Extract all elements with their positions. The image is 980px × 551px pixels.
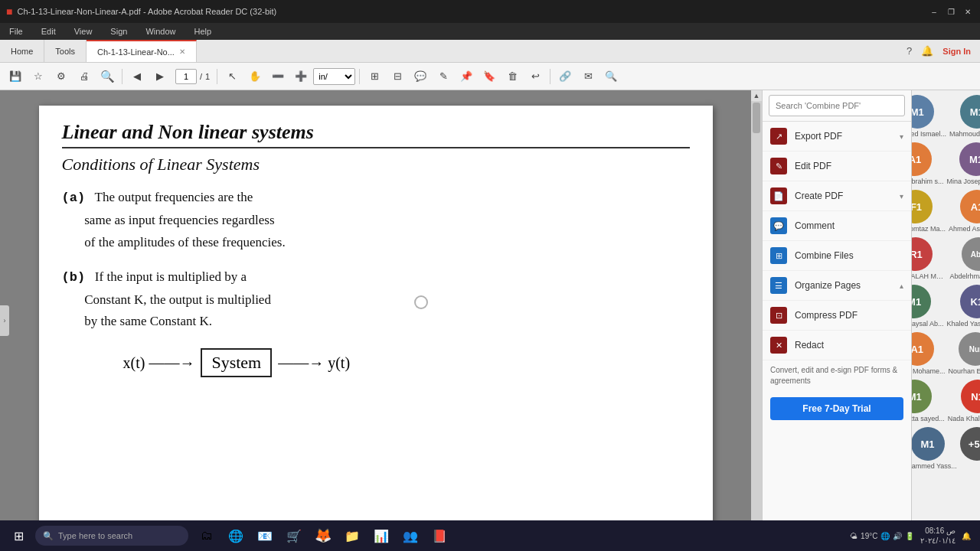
next-page-button[interactable]: ▶ <box>149 66 171 87</box>
export-pdf-item[interactable]: ↗ Export PDF ▾ <box>763 122 911 152</box>
create-chevron-icon: ▾ <box>900 192 903 201</box>
pin-button[interactable]: 📌 <box>456 66 477 87</box>
avatar-11[interactable]: Nur Nourhan Esmail... <box>949 332 980 375</box>
taskbar-app-folder[interactable]: 📁 <box>338 522 366 549</box>
date-display: ٢٠٢٤/٠١/١٤ <box>920 536 956 546</box>
find-button[interactable]: 🔍 <box>600 66 622 87</box>
menu-file[interactable]: File <box>6 25 26 37</box>
comment-item[interactable]: 💬 Comment <box>763 211 911 241</box>
taskbar-app-excel[interactable]: 📊 <box>368 522 395 549</box>
zoom-in-btn[interactable]: ➕ <box>290 66 312 87</box>
bookmark-button[interactable]: ☆ <box>28 66 49 87</box>
pdf-page: Linear and Non linear systems Conditions… <box>39 106 713 549</box>
avatar-2[interactable]: A1 Adham ibrahim s... <box>911 142 944 185</box>
avatar-14[interactable]: M1 Muhammed Yass... <box>911 427 957 470</box>
zoom-out-btn[interactable]: ➖ <box>267 66 289 87</box>
pdf-viewer[interactable]: › Linear and Non linear systems Conditio… <box>0 90 762 551</box>
scroll-thumb[interactable] <box>753 103 760 133</box>
taskbar-app-mail[interactable]: 📧 <box>251 522 279 549</box>
fit-page-button[interactable]: ⊞ <box>364 66 385 87</box>
help-icon[interactable]: ? <box>906 45 912 57</box>
avatar-12[interactable]: M1 khaled atta sayed... <box>911 380 945 422</box>
zoom-out-button[interactable]: 🔍 <box>96 66 118 87</box>
tab-home[interactable]: Home <box>0 40 44 62</box>
avatar-1[interactable]: M1 Mahmoud saled... <box>949 95 980 138</box>
menubar: File Edit View Sign Window Help <box>0 23 980 40</box>
combine-pdf-search[interactable] <box>769 95 905 116</box>
avatar-3[interactable]: M1 Mina Joseph Eria... <box>947 142 981 185</box>
tab-close-icon[interactable]: ✕ <box>179 47 185 56</box>
zoom-select[interactable]: in/ 50% 75% 100% 125% 150% <box>313 68 355 85</box>
free-trial-button[interactable]: Free 7-Day Trial <box>770 397 903 420</box>
create-pdf-item[interactable]: 📄 Create PDF ▾ <box>763 181 911 211</box>
menu-view[interactable]: View <box>71 25 96 37</box>
combine-files-item[interactable]: ⊞ Combine Files <box>763 241 911 271</box>
avatar-13[interactable]: N1 Nada Khaled Abd... <box>948 380 980 422</box>
menu-window[interactable]: Window <box>142 25 178 37</box>
comment-button[interactable]: 💬 <box>410 66 431 87</box>
start-button[interactable]: ⊞ <box>3 522 34 549</box>
taskbar-search[interactable]: 🔍 Type here to search <box>35 526 188 546</box>
avatar-8[interactable]: M1 Mazen Faysal Ab... <box>911 285 943 328</box>
avatar-10[interactable]: A1 Ahmed Mohame... <box>911 332 946 375</box>
properties-button[interactable]: ⚙ <box>51 66 72 87</box>
avatar-4[interactable]: F1 Fady Momtaz Ma... <box>911 190 946 233</box>
toolbar: 💾 ☆ ⚙ 🖨 🔍 ◀ ▶ / 1 ↖ ✋ ➖ ➕ in/ 50% 75% 10… <box>0 63 980 90</box>
avatar-9[interactable]: K1 Khaled Yasser Sa... <box>946 285 980 328</box>
avatar-name-5: Ahmed Ashraf M... <box>949 225 980 233</box>
edit-pdf-item[interactable]: ✎ Edit PDF <box>763 152 911 181</box>
menu-help[interactable]: Help <box>191 25 215 37</box>
taskbar-app-acrobat[interactable]: 📕 <box>426 522 453 549</box>
tab-doc-label: Ch-1-13-Linear-No... <box>97 47 175 57</box>
redact-item[interactable]: ✕ Redact <box>763 331 911 360</box>
taskbar-app-files[interactable]: 🗂 <box>193 522 220 549</box>
close-button[interactable]: ✕ <box>962 5 974 18</box>
highlight-button[interactable]: ✎ <box>433 66 454 87</box>
menu-edit[interactable]: Edit <box>38 25 59 37</box>
page-number-input[interactable] <box>175 69 197 84</box>
menu-sign[interactable]: Sign <box>107 25 130 37</box>
hand-tool[interactable]: ✋ <box>244 66 266 87</box>
restore-button[interactable]: ❐ <box>945 5 957 18</box>
signin-button[interactable]: Sign In <box>942 47 971 56</box>
undo-button[interactable]: ↩ <box>524 66 546 87</box>
prev-page-button[interactable]: ◀ <box>126 66 148 87</box>
email-button[interactable]: ✉ <box>577 66 599 87</box>
taskbar-app-store[interactable]: 🛒 <box>280 522 308 549</box>
compress-pdf-item[interactable]: ⊡ Compress PDF <box>763 301 911 331</box>
tab-tools[interactable]: Tools <box>44 40 87 62</box>
two-page-button[interactable]: ⊟ <box>387 66 408 87</box>
avatar-6[interactable]: R1 RUBA SALAH MA... <box>911 237 946 280</box>
delete-button[interactable]: 🗑 <box>501 66 523 87</box>
cursor-tool[interactable]: ↖ <box>221 66 243 87</box>
notification-icon[interactable]: 🔔 <box>962 532 971 540</box>
sep3 <box>359 69 360 84</box>
avatar-7[interactable]: Abd Abdelrhman Abd... <box>949 237 980 280</box>
link-button[interactable]: 🔗 <box>554 66 576 87</box>
print-button[interactable]: 🖨 <box>74 66 95 87</box>
minimize-button[interactable]: – <box>928 5 940 18</box>
avatar-name-6: RUBA SALAH MA... <box>911 272 946 280</box>
stamp-button[interactable]: 🔖 <box>479 66 500 87</box>
taskbar-app-edge[interactable]: 🌐 <box>222 522 250 549</box>
scroll-up-arrow[interactable]: ▲ <box>751 90 762 101</box>
left-expand-button[interactable]: › <box>0 305 9 336</box>
organize-pages-item[interactable]: ☰ Organize Pages ▴ <box>763 271 911 301</box>
taskbar-time[interactable]: 08:16 ص ٢٠٢٤/٠١/١٤ <box>920 526 956 546</box>
taskbar-app-teams[interactable]: 👥 <box>397 522 424 549</box>
avatar-5[interactable]: A1 Ahmed Ashraf M... <box>949 190 980 233</box>
avatar-circle-11: Nur <box>959 332 980 366</box>
redact-label: Redact <box>795 340 903 350</box>
avatar-name-7: Abdelrhman Abd... <box>949 272 980 280</box>
scroll-track[interactable] <box>751 101 762 540</box>
avatar-0[interactable]: M1 Mohamed Ismael... <box>911 95 946 138</box>
create-pdf-icon: 📄 <box>770 187 787 204</box>
save-button[interactable]: 💾 <box>5 66 26 87</box>
tab-doc[interactable]: Ch-1-13-Linear-No... ✕ <box>87 40 197 62</box>
comment-icon: 💬 <box>770 217 787 234</box>
pdf-scrollbar[interactable]: ▲ ▼ <box>751 90 762 551</box>
avatar-more[interactable]: +52 <box>960 427 980 470</box>
notifications-icon[interactable]: 🔔 <box>921 45 933 57</box>
taskbar-app-firefox[interactable]: 🦊 <box>309 522 337 549</box>
taskbar-sys-area: 🌤 19°C 🌐 🔊 🔋 08:16 ص ٢٠٢٤/٠١/١٤ 🔔 <box>850 526 977 546</box>
